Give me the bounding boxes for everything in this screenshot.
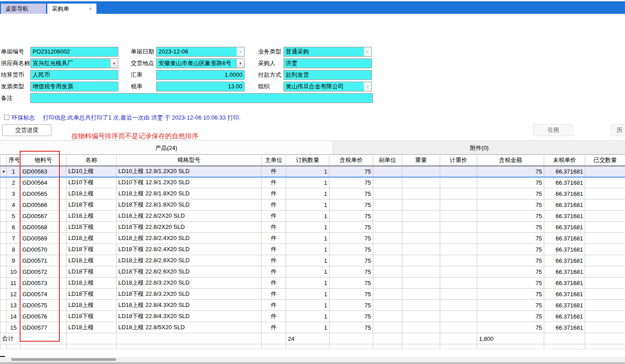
cell-spec[interactable]: LD18下模 22.8/2.6X20 SLD [117,266,262,277]
row-selector-cell[interactable] [0,255,7,266]
delivery-place-field[interactable]: 安徽黄山市黄山区象形路6号 ▾ [156,58,245,68]
table-row[interactable]: ►1GD00563LD10上模LD10上模 12.9/1.2X20 SLD件17… [0,166,625,177]
cell-code[interactable]: GD00564 [21,177,67,188]
cell-sub_unit[interactable] [373,300,402,311]
row-selector-cell[interactable] [0,177,7,188]
cell-code[interactable]: GD00567 [21,211,67,222]
column-header[interactable]: 规格型号 [117,155,262,166]
cell-untaxed[interactable]: 66.371681 [544,199,585,211]
doc-number-field[interactable]: PO231206002 [30,47,118,57]
cell-unit[interactable]: 件 [262,222,286,233]
cell-unit[interactable]: 件 [262,289,286,300]
table-row[interactable]: 10GD00572LD18下模LD18下模 22.8/2.6X20 SLD件17… [0,266,625,277]
cell-code[interactable]: GD00575 [21,300,67,311]
cell-price[interactable]: 75 [329,244,373,255]
cell-delivered[interactable] [585,199,625,211]
cell-untaxed[interactable]: 66.371681 [544,322,585,333]
cell-weight_price[interactable] [440,166,477,177]
currency-field[interactable]: 人民币 [30,70,118,80]
column-header[interactable]: 副单位 [373,155,402,166]
cell-untaxed[interactable]: 66.371681 [544,266,585,277]
cell-name[interactable]: LD18上模 [67,322,117,333]
cell-delivered[interactable] [585,266,625,277]
cell-weight_price[interactable] [440,255,477,266]
cell-seq[interactable]: 5 [7,211,21,222]
cell-sub_unit[interactable] [373,199,402,211]
column-header[interactable]: 已交数量 [585,155,625,166]
column-header[interactable]: 重量 [402,155,440,166]
cell-name[interactable]: LD18下模 [67,199,117,211]
cell-price[interactable]: 75 [329,289,373,300]
cell-weight_price[interactable] [440,289,477,300]
row-selector-cell[interactable] [0,244,7,255]
cell-price[interactable]: 75 [329,222,373,233]
cell-seq[interactable]: 1 [7,166,21,177]
cell-weight[interactable] [402,266,440,277]
cell-sub_unit[interactable] [373,266,402,277]
cell-delivered[interactable] [585,300,625,311]
cell-untaxed[interactable]: 66.371681 [544,233,585,244]
cell-qty[interactable]: 1 [286,277,329,289]
cell-name[interactable]: LD18上模 [67,277,117,289]
cell-sub_unit[interactable] [373,177,402,188]
remark-field[interactable] [30,93,373,103]
cell-delivered[interactable] [585,177,625,188]
cell-code[interactable]: GD00570 [21,244,67,255]
cell-unit[interactable]: 件 [262,233,286,244]
cell-amount[interactable]: 75 [477,300,544,311]
cell-name[interactable]: LD18上模 [67,188,117,199]
cell-name[interactable]: LD18下模 [67,311,117,322]
cell-spec[interactable]: LD10下模 12.9/1.2X20 SLD [117,177,262,188]
cell-unit[interactable]: 件 [262,199,286,211]
table-row[interactable]: 6GD00568LD18下模LD18下模 22.8/2X20 SLD件17575… [0,222,625,233]
row-selector-cell[interactable] [0,222,7,233]
chevron-down-icon[interactable]: ▾ [236,59,244,68]
cell-untaxed[interactable]: 66.371681 [544,311,585,322]
cell-delivered[interactable] [585,166,625,177]
cell-price[interactable]: 75 [329,166,373,177]
delivery-progress-button[interactable]: 交货进度 [2,124,51,136]
cell-spec[interactable]: LD18上模 22.8/2.4X20 SLD [117,233,262,244]
table-row[interactable]: 5GD00567LD18上模LD18上模 22.8/2X20 SLD件17575… [0,211,625,222]
cell-code[interactable]: GD00565 [21,188,67,199]
cell-weight_price[interactable] [440,266,477,277]
table-row[interactable]: 7GD00569LD18上模LD18上模 22.8/2.4X20 SLD件175… [0,233,625,244]
row-selector-cell[interactable] [0,322,7,333]
cell-unit[interactable]: 件 [262,266,286,277]
table-row[interactable]: 11GD00573LD18上模LD18上模 22.8/3.2X20 SLD件17… [0,277,625,289]
cell-spec[interactable]: LD18下模 22.8/2X20 SLD [117,222,262,233]
cell-sub_unit[interactable] [373,211,402,222]
cell-qty[interactable]: 1 [286,211,329,222]
cell-price[interactable]: 75 [329,266,373,277]
cell-weight_price[interactable] [440,199,477,211]
cell-amount[interactable]: 75 [477,255,544,266]
tab-purchase-order[interactable]: 采购单 × [47,4,96,14]
purchaser-field[interactable]: 洪雯 [283,58,372,68]
cell-spec[interactable]: LD18上模 22.8/4.3X20 SLD [117,300,262,311]
cell-name[interactable]: LD10上模 [67,166,117,177]
cell-code[interactable]: GD00571 [21,255,67,266]
cell-unit[interactable]: 件 [262,244,286,255]
cell-name[interactable]: LD18上模 [67,233,117,244]
cell-seq[interactable]: 3 [7,188,21,199]
cell-weight[interactable] [402,177,440,188]
cell-qty[interactable]: 1 [286,255,329,266]
cell-amount[interactable]: 75 [477,311,544,322]
cell-price[interactable]: 75 [329,188,373,199]
cell-weight[interactable] [402,311,440,322]
cell-code[interactable]: GD00563 [21,166,67,177]
cell-weight[interactable] [402,289,440,300]
table-row[interactable]: 9GD00571LD18上模LD18上模 22.8/2.6X20 SLD件175… [0,255,625,266]
cell-untaxed[interactable]: 66.371681 [544,277,585,289]
cell-untaxed[interactable]: 66.371681 [544,177,585,188]
cell-price[interactable]: 75 [329,277,373,289]
column-header[interactable]: 计重价 [440,155,477,166]
cell-code[interactable]: GD00576 [21,311,67,322]
cell-price[interactable]: 75 [329,211,373,222]
cell-spec[interactable]: LD18上模 22.8/2X20 SLD [117,211,262,222]
chevron-down-icon[interactable]: ▾ [110,59,118,68]
chevron-down-icon[interactable]: ▾ [237,47,244,56]
cell-name[interactable]: LD18下模 [67,289,117,300]
cell-untaxed[interactable]: 66.371681 [544,222,585,233]
cell-weight_price[interactable] [440,322,477,333]
